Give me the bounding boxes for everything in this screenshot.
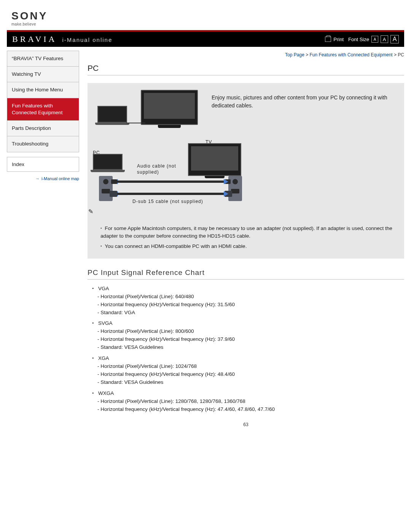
breadcrumb-current: PC bbox=[398, 52, 404, 58]
signal-detail: Horizontal (Pixel)/Vertical (Line): 1280… bbox=[97, 398, 404, 406]
signal-detail: Horizontal frequency (kHz)/Vertical freq… bbox=[97, 406, 404, 414]
sidebar-nav-list: “BRAVIA” TV Features Watching TV Using t… bbox=[7, 51, 79, 152]
port-panel-left bbox=[99, 176, 113, 201]
signal-name: XGA bbox=[98, 355, 109, 361]
sidebar-map-row: → i-Manual online map bbox=[7, 176, 79, 181]
print-label: Print bbox=[333, 37, 344, 42]
sony-logo: SONY bbox=[11, 11, 400, 21]
font-size-small-button[interactable]: A bbox=[371, 36, 378, 43]
brand-logo-block: SONY make.believe bbox=[7, 0, 404, 30]
section-title-signal-chart: PC Input Signal Reference Chart bbox=[88, 268, 404, 280]
notes-panel: For some Apple Macintosh computers, it m… bbox=[88, 222, 404, 259]
note-item: For some Apple Macintosh computers, it m… bbox=[100, 225, 397, 240]
hero-panel: Enjoy music, pictures and other content … bbox=[88, 83, 404, 139]
imanual-map-link[interactable]: i-Manual online map bbox=[41, 176, 79, 181]
signal-item: WXGA Horizontal (Pixel)/Vertical (Line):… bbox=[92, 390, 404, 414]
signal-detail: Standard: VESA Guidelines bbox=[97, 343, 404, 351]
main-content: Top Page > Fun Features with Connected E… bbox=[88, 51, 404, 427]
sidebar: “BRAVIA” TV Features Watching TV Using t… bbox=[7, 51, 79, 427]
breadcrumb-fun-features[interactable]: Fun Features with Connected Equipment bbox=[310, 52, 393, 58]
arrow-right-icon bbox=[224, 191, 228, 197]
page-number: 63 bbox=[88, 422, 404, 427]
signal-detail: Horizontal (Pixel)/Vertical (Line): 800/… bbox=[97, 328, 404, 335]
signal-name: SVGA bbox=[98, 320, 113, 326]
arrow-right-icon: → bbox=[35, 176, 40, 181]
signal-detail: Horizontal frequency (kHz)/Vertical freq… bbox=[97, 301, 404, 309]
breadcrumb-top-page[interactable]: Top Page bbox=[285, 52, 304, 58]
signal-detail: Horizontal (Pixel)/Vertical (Line): 640/… bbox=[97, 293, 404, 301]
signal-reference-list: VGA Horizontal (Pixel)/Vertical (Line): … bbox=[88, 285, 404, 414]
signal-detail: Horizontal (Pixel)/Vertical (Line): 1024… bbox=[97, 363, 404, 371]
manual-online-title: i-Manual online bbox=[62, 37, 113, 43]
sidebar-item-parts-description[interactable]: Parts Description bbox=[7, 121, 79, 136]
signal-name: WXGA bbox=[98, 390, 114, 396]
arrow-right-icon bbox=[224, 179, 228, 184]
font-size-medium-button[interactable]: A bbox=[381, 35, 388, 43]
diagram-label-audio-cable: Audio cable (not supplied) bbox=[137, 163, 186, 175]
note-icon: ✎ bbox=[88, 208, 94, 215]
page-title: PC bbox=[88, 64, 404, 75]
diagram-label-dsub-cable: D-sub 15 cable (not supplied) bbox=[132, 199, 203, 204]
signal-detail: Standard: VGA bbox=[97, 309, 404, 317]
dsub-cable-icon bbox=[116, 193, 225, 195]
breadcrumb-sep: > bbox=[394, 52, 398, 58]
sidebar-item-troubleshooting[interactable]: Troubleshooting bbox=[7, 136, 79, 152]
print-icon bbox=[325, 37, 331, 42]
breadcrumb-sep: > bbox=[306, 52, 309, 58]
header-bar: BRAVIA i-Manual online Print Font Size A… bbox=[7, 32, 404, 47]
sidebar-item-fun-features[interactable]: Fun Features with Connected Equipment bbox=[7, 98, 79, 121]
tv-icon bbox=[141, 90, 198, 125]
signal-item: XGA Horizontal (Pixel)/Vertical (Line): … bbox=[92, 355, 404, 387]
sidebar-item-home-menu[interactable]: Using the Home Menu bbox=[7, 82, 79, 98]
connection-diagram: TV PC Audio cable (not supplied) D-sub 1… bbox=[88, 139, 404, 222]
bravia-wordmark: BRAVIA bbox=[12, 34, 57, 44]
sidebar-item-watching-tv[interactable]: Watching TV bbox=[7, 67, 79, 82]
sidebar-index-block: Index bbox=[7, 157, 79, 172]
tv-icon bbox=[188, 143, 241, 176]
breadcrumb: Top Page > Fun Features with Connected E… bbox=[88, 52, 404, 58]
print-button[interactable]: Print bbox=[325, 37, 344, 42]
laptop-icon bbox=[97, 106, 127, 123]
signal-detail: Standard: VESA Guidelines bbox=[97, 379, 404, 387]
notes-list: For some Apple Macintosh computers, it m… bbox=[100, 225, 397, 250]
sony-tagline: make.believe bbox=[11, 22, 400, 26]
note-item: You can connect an HDMI-compatible PC wi… bbox=[100, 243, 397, 250]
sidebar-item-bravia-features[interactable]: “BRAVIA” TV Features bbox=[7, 51, 79, 67]
signal-detail: Horizontal frequency (kHz)/Vertical freq… bbox=[97, 371, 404, 379]
signal-name: VGA bbox=[98, 286, 109, 291]
font-size-group: Font Size A A A bbox=[348, 35, 399, 43]
font-size-large-button[interactable]: A bbox=[390, 35, 399, 43]
sidebar-item-index[interactable]: Index bbox=[7, 157, 79, 171]
laptop-icon bbox=[93, 154, 123, 172]
font-size-label: Font Size bbox=[348, 37, 369, 42]
audio-cable-icon bbox=[116, 181, 225, 183]
signal-item: VGA Horizontal (Pixel)/Vertical (Line): … bbox=[92, 285, 404, 317]
hero-illustration bbox=[95, 90, 202, 132]
hero-description: Enjoy music, pictures and other content … bbox=[212, 90, 397, 110]
signal-item: SVGA Horizontal (Pixel)/Vertical (Line):… bbox=[92, 320, 404, 351]
signal-detail: Horizontal frequency (kHz)/Vertical freq… bbox=[97, 335, 404, 343]
